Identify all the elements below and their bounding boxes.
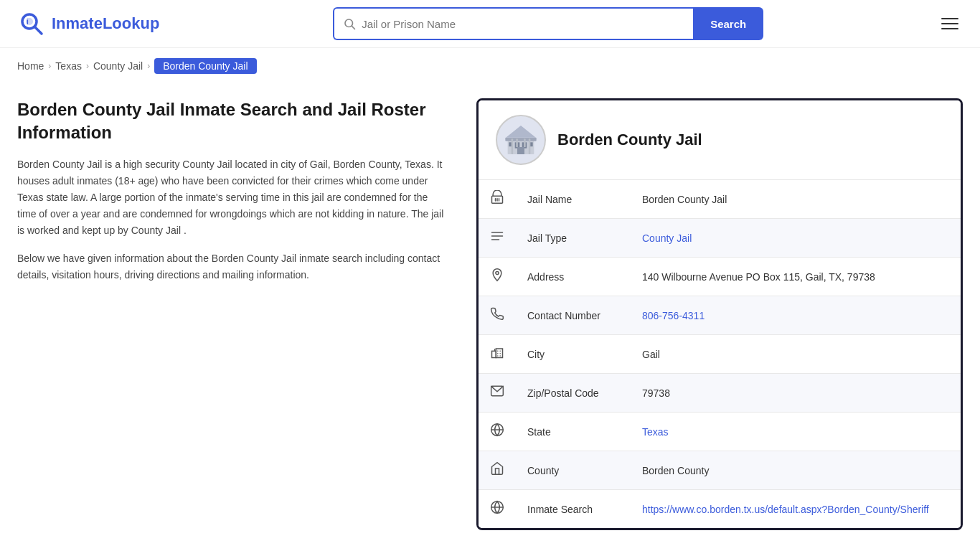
row-label: State xyxy=(516,413,631,451)
row-label: Zip/Postal Code xyxy=(516,374,631,413)
svg-rect-14 xyxy=(512,138,514,154)
svg-rect-17 xyxy=(529,138,531,154)
row-icon xyxy=(479,490,516,529)
jail-building-icon xyxy=(503,122,539,158)
breadcrumb-sep-2: › xyxy=(86,61,89,71)
table-row: Contact Number 806-756-4311 xyxy=(479,296,961,335)
table-row: Zip/Postal Code 79738 xyxy=(479,374,961,413)
row-value: Borden County Jail xyxy=(631,180,961,219)
value-text: 140 Wilbourne Avenue PO Box 115, Gail, T… xyxy=(642,271,875,283)
breadcrumb-home[interactable]: Home xyxy=(17,60,44,72)
value-text: 79738 xyxy=(642,387,670,399)
right-column: Borden County Jail Jail Name Borden Coun… xyxy=(476,98,963,530)
row-icon xyxy=(479,219,516,258)
row-value: Borden County xyxy=(631,451,961,490)
svg-text:i: i xyxy=(27,18,29,26)
row-value: Gail xyxy=(631,335,961,374)
site-header: i InmateLookup Search xyxy=(0,0,980,48)
svg-line-5 xyxy=(352,26,355,29)
row-value[interactable]: County Jail xyxy=(631,219,961,258)
search-input-wrapper xyxy=(333,7,693,40)
row-icon xyxy=(479,296,516,335)
value-link[interactable]: https://www.co.borden.tx.us/default.aspx… xyxy=(642,504,929,515)
row-icon xyxy=(479,374,516,413)
row-value[interactable]: 806-756-4311 xyxy=(631,296,961,335)
breadcrumb-sep-1: › xyxy=(48,61,51,71)
table-row: Jail Name Borden County Jail xyxy=(479,180,961,219)
info-table: Jail Name Borden County Jail Jail Type C… xyxy=(479,180,961,528)
svg-rect-15 xyxy=(516,138,518,147)
logo-accent: Lookup xyxy=(103,14,159,32)
value-text: Borden County Jail xyxy=(642,194,727,205)
value-link[interactable]: 806-756-4311 xyxy=(642,310,705,321)
table-row: City Gail xyxy=(479,335,961,374)
hamburger-line-3 xyxy=(941,28,958,29)
row-icon xyxy=(479,413,516,451)
table-row: Address 140 Wilbourne Avenue PO Box 115,… xyxy=(479,258,961,296)
logo-plain: Inmate xyxy=(52,14,103,32)
svg-rect-26 xyxy=(492,351,496,357)
table-row: Inmate Search https://www.co.borden.tx.u… xyxy=(479,490,961,529)
table-row: State Texas xyxy=(479,413,961,451)
logo[interactable]: i InmateLookup xyxy=(17,9,159,38)
row-icon xyxy=(479,451,516,490)
hamburger-menu[interactable] xyxy=(937,14,963,34)
value-link[interactable]: Texas xyxy=(642,426,669,438)
card-jail-name: Borden County Jail xyxy=(557,131,702,149)
row-value[interactable]: https://www.co.borden.tx.us/default.aspx… xyxy=(631,490,961,529)
hamburger-line-1 xyxy=(941,18,958,19)
svg-rect-11 xyxy=(517,147,524,154)
jail-avatar xyxy=(496,115,546,165)
card-header: Borden County Jail xyxy=(479,100,961,180)
page-description-1: Borden County Jail is a high security Co… xyxy=(17,156,448,239)
table-row: Jail Type County Jail xyxy=(479,219,961,258)
breadcrumb-type[interactable]: County Jail xyxy=(93,60,143,72)
value-link[interactable]: County Jail xyxy=(642,232,692,244)
svg-rect-7 xyxy=(505,138,536,141)
row-icon xyxy=(479,335,516,374)
row-value: 79738 xyxy=(631,374,961,413)
logo-text: InmateLookup xyxy=(52,14,159,33)
main-content: Borden County Jail Inmate Search and Jai… xyxy=(0,84,980,551)
svg-marker-8 xyxy=(506,126,536,138)
table-row: County Borden County xyxy=(479,451,961,490)
page-heading: Borden County Jail Inmate Search and Jai… xyxy=(17,98,448,145)
search-input[interactable] xyxy=(362,18,684,30)
breadcrumb: Home › Texas › County Jail › Borden Coun… xyxy=(0,48,980,84)
search-bar: Search xyxy=(333,7,763,40)
hamburger-line-2 xyxy=(941,23,958,24)
row-icon xyxy=(479,180,516,219)
search-button[interactable]: Search xyxy=(693,7,763,40)
value-text: Borden County xyxy=(642,465,709,476)
row-label: Jail Name xyxy=(516,180,631,219)
row-label: Address xyxy=(516,258,631,296)
svg-rect-16 xyxy=(524,138,526,147)
value-text: Gail xyxy=(642,349,660,360)
breadcrumb-state[interactable]: Texas xyxy=(55,60,82,72)
row-value: 140 Wilbourne Avenue PO Box 115, Gail, T… xyxy=(631,258,961,296)
info-card: Borden County Jail Jail Name Borden Coun… xyxy=(476,98,963,530)
row-icon xyxy=(479,258,516,296)
row-value[interactable]: Texas xyxy=(631,413,961,451)
row-label: City xyxy=(516,335,631,374)
svg-rect-27 xyxy=(496,349,502,358)
search-icon xyxy=(343,17,356,30)
breadcrumb-current: Borden County Jail xyxy=(154,58,256,74)
row-label: County xyxy=(516,451,631,490)
breadcrumb-sep-3: › xyxy=(147,61,150,71)
row-label: Inmate Search xyxy=(516,490,631,529)
svg-line-1 xyxy=(34,27,42,34)
page-description-2: Below we have given information about th… xyxy=(17,250,448,283)
left-column: Borden County Jail Inmate Search and Jai… xyxy=(17,98,476,295)
row-label: Jail Type xyxy=(516,219,631,258)
svg-point-25 xyxy=(496,271,499,274)
row-label: Contact Number xyxy=(516,296,631,335)
logo-icon: i xyxy=(17,9,46,38)
